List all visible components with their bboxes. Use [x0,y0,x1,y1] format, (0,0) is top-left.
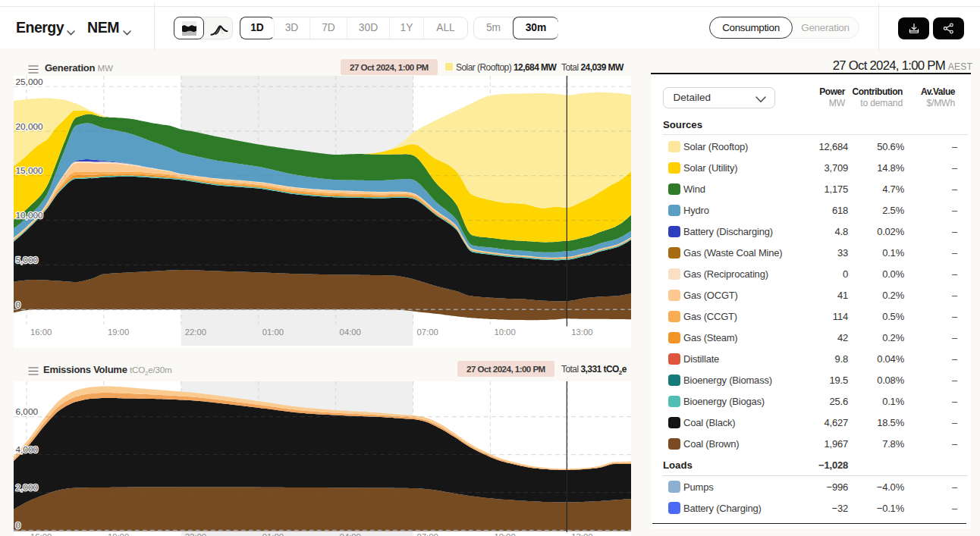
svg-text:20,000: 20,000 [16,121,44,132]
svg-text:04:00: 04:00 [340,328,361,337]
svg-text:22:00: 22:00 [185,532,206,536]
svg-text:10,000: 10,000 [16,210,44,221]
svg-text:01:00: 01:00 [262,328,284,337]
svg-text:13:00: 13:00 [571,532,592,536]
svg-text:2,000: 2,000 [16,482,39,493]
svg-text:25,000: 25,000 [16,77,44,87]
svg-text:10:00: 10:00 [494,328,515,337]
svg-text:10:00: 10:00 [494,532,515,536]
svg-text:01:00: 01:00 [262,532,284,536]
svg-text:6,000: 6,000 [16,406,39,417]
svg-text:19:00: 19:00 [108,328,129,337]
svg-text:0: 0 [16,299,21,310]
svg-text:15,000: 15,000 [16,165,44,176]
svg-text:5,000: 5,000 [16,255,39,265]
svg-text:13:00: 13:00 [571,328,592,337]
svg-text:0: 0 [16,520,21,531]
svg-text:19:00: 19:00 [108,532,129,536]
svg-text:16:00: 16:00 [30,532,52,536]
svg-text:16:00: 16:00 [30,328,52,337]
svg-text:04:00: 04:00 [340,532,361,536]
svg-text:07:00: 07:00 [417,328,438,337]
svg-text:4,000: 4,000 [16,444,39,455]
svg-text:07:00: 07:00 [417,532,438,536]
svg-text:22:00: 22:00 [185,328,206,337]
